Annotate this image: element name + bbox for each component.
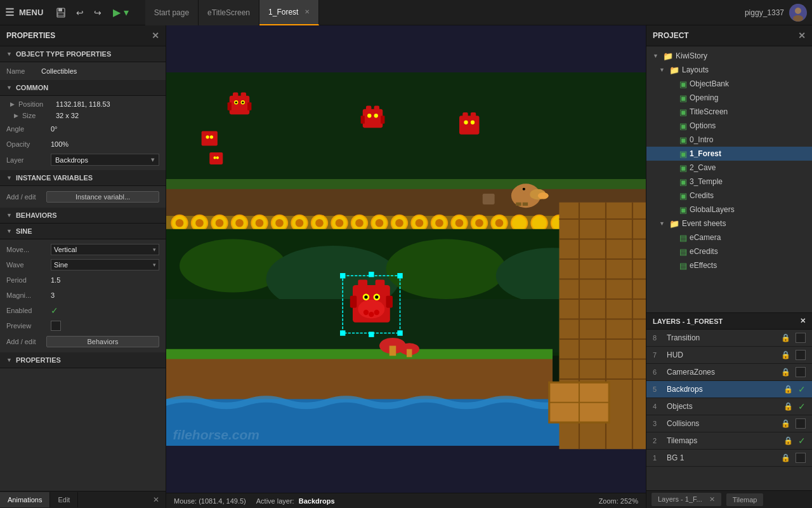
layers-panel: LAYERS - 1_FOREST ✕ 8 Transition 🔒 7 HUD… [646, 312, 812, 490]
tree-item-eeffects[interactable]: ▤ eEffects [646, 258, 812, 272]
instance-variables-button[interactable]: Instance variabl... [46, 191, 159, 203]
tree-item-ecamera[interactable]: ▤ eCamera [646, 231, 812, 244]
layer-row-tilemaps[interactable]: 2 Tilemaps 🔒 ✓ [646, 432, 812, 450]
edit-tab[interactable]: Edit [50, 492, 78, 507]
preview-checkbox[interactable] [51, 321, 61, 331]
layer-visibility-checkbox[interactable] [796, 367, 806, 377]
layer-visibility-checkbox[interactable]: ✓ [798, 384, 806, 394]
tree-label: 1_Forest [690, 149, 721, 158]
svg-point-51 [495, 219, 504, 227]
tree-item-ecredits[interactable]: ▤ eCredits [646, 244, 812, 258]
layer-row-bg1[interactable]: 1 BG 1 🔒 [646, 450, 812, 467]
position-label: Position [18, 100, 53, 108]
svg-point-45 [376, 219, 384, 227]
save-button[interactable] [52, 5, 70, 20]
section-common[interactable]: ▼ COMMON [0, 80, 166, 96]
layout-icon: ▣ [679, 205, 687, 215]
layer-visibility-checkbox[interactable]: ✓ [798, 401, 806, 411]
tab-start-page[interactable]: Start page [145, 0, 199, 25]
tree-item-opening[interactable]: ▣ Opening [646, 91, 812, 105]
tilemap-tab-label: Tilemap [733, 496, 757, 504]
tree-label: eCamera [690, 233, 721, 242]
tree-root[interactable]: ▼ 📁 KiwiStory [646, 49, 812, 63]
behaviors-button[interactable]: Behaviors [46, 336, 159, 347]
tree-item-objectbank[interactable]: ▣ ObjectBank [646, 77, 812, 91]
tree-label: ObjectBank [690, 79, 729, 88]
layers-bottom-tab[interactable]: Layers - 1_F... ✕ [652, 493, 721, 506]
tree-item-2cave[interactable]: ▣ 2_Cave [646, 161, 812, 175]
tree-eventsheets-folder[interactable]: ▼ 📁 Event sheets [646, 217, 812, 231]
properties-close-icon[interactable]: ✕ [152, 30, 159, 41]
layer-visibility-checkbox[interactable] [796, 333, 806, 343]
layer-row-hud[interactable]: 7 HUD 🔒 [646, 347, 812, 364]
tree-item-3temple[interactable]: ▣ 3_Temple [646, 175, 812, 189]
enabled-checkbox[interactable]: ✓ [51, 305, 58, 316]
tab-1forest[interactable]: 1_Forest ✕ [259, 0, 319, 25]
left-panel-close-icon[interactable]: ✕ [147, 491, 166, 508]
undo-button[interactable]: ↩ [72, 5, 88, 20]
layer-row-camerazones[interactable]: 6 CameraZones 🔒 [646, 364, 812, 381]
tree-item-1forest[interactable]: ▣ 1_Forest [646, 147, 812, 161]
layout-icon: ▣ [679, 177, 687, 187]
expand-arrow-icon: ▶ [14, 112, 18, 119]
play-button[interactable]: ▶ ▾ [108, 4, 133, 21]
tree-label: eCredits [690, 247, 718, 256]
project-close-icon[interactable]: ✕ [798, 30, 806, 41]
section-object-type[interactable]: ▼ OBJECT TYPE PROPERTIES [0, 46, 166, 62]
layers-close-icon[interactable]: ✕ [800, 317, 806, 325]
move-select[interactable]: Vertical ▾ [51, 244, 159, 255]
svg-point-29 [531, 215, 547, 231]
section-properties[interactable]: ▼ PROPERTIES [0, 352, 166, 368]
enabled-label: Enabled [6, 307, 51, 314]
layers-tab-close-icon[interactable]: ✕ [709, 495, 715, 503]
size-label: Size [22, 112, 53, 119]
tree-item-titlescreen[interactable]: ▣ TitleScreen [646, 105, 812, 119]
redo-button[interactable]: ↪ [90, 5, 105, 20]
wave-select[interactable]: Sine ▾ [51, 259, 159, 271]
layer-name: Collisions [667, 419, 776, 428]
layer-row-backdrops[interactable]: 5 Backdrops 🔒 ✓ [646, 381, 812, 398]
dropdown-icon: ▾ [151, 156, 155, 164]
layer-num: 5 [653, 385, 662, 393]
layer-lock-icon[interactable]: 🔒 [783, 385, 793, 394]
animations-tab[interactable]: Animations [0, 492, 50, 507]
section-behaviors[interactable]: ▼ BEHAVIORS [0, 208, 166, 224]
layer-row-transition[interactable]: 8 Transition 🔒 [646, 330, 812, 347]
layer-select[interactable]: Backdrops ▾ [51, 154, 159, 166]
tab-close-icon[interactable]: ✕ [304, 8, 310, 15]
layer-visibility-checkbox[interactable] [796, 350, 806, 360]
layer-row-objects[interactable]: 4 Objects 🔒 ✓ [646, 398, 812, 415]
name-label: Name [6, 67, 41, 75]
add-edit-label: Add / edit [6, 193, 41, 201]
zoom-level: Zoom: 252% [599, 497, 638, 505]
layers-title: LAYERS - 1_FOREST [653, 318, 723, 325]
tree-layouts-folder[interactable]: ▼ 📁 Layouts [646, 63, 812, 77]
layer-lock-icon[interactable]: 🔒 [783, 402, 793, 411]
avatar[interactable] [789, 4, 807, 22]
tree-item-globallayers[interactable]: ▣ GlobalLayers [646, 203, 812, 217]
svg-point-103 [214, 156, 216, 159]
tree-item-options[interactable]: ▣ Options [646, 119, 812, 133]
tree-item-0intro[interactable]: ▣ 0_Intro [646, 133, 812, 147]
svg-point-39 [256, 219, 264, 227]
layer-visibility-checkbox[interactable] [796, 453, 806, 463]
layer-lock-icon[interactable]: 🔒 [781, 333, 790, 342]
section-title: INSTANCE VARIABLES [16, 174, 93, 182]
layer-lock-icon[interactable]: 🔒 [781, 351, 790, 359]
layer-visibility-checkbox[interactable] [796, 418, 806, 429]
section-sine[interactable]: ▼ SINE [0, 224, 166, 239]
layer-visibility-checkbox[interactable]: ✓ [798, 436, 806, 446]
layer-row-collisions[interactable]: 3 Collisions 🔒 [646, 415, 812, 432]
layer-lock-icon[interactable]: 🔒 [783, 436, 793, 445]
tree-label: Opening [690, 93, 718, 102]
layer-lock-icon[interactable]: 🔒 [781, 453, 790, 462]
game-canvas[interactable]: filehorse.com [166, 25, 646, 493]
tilemap-bottom-tab[interactable]: Tilemap [726, 493, 764, 506]
layer-lock-icon[interactable]: 🔒 [781, 368, 790, 377]
layer-lock-icon[interactable]: 🔒 [781, 419, 790, 428]
menu-button[interactable]: ☰ MENU [5, 6, 43, 18]
position-value: 1132.181, 118.53 [56, 100, 110, 108]
section-instance-variables[interactable]: ▼ INSTANCE VARIABLES [0, 170, 166, 186]
tab-etitlescreen[interactable]: eTitleScreen [199, 0, 259, 25]
tree-item-credits[interactable]: ▣ Credits [646, 189, 812, 203]
